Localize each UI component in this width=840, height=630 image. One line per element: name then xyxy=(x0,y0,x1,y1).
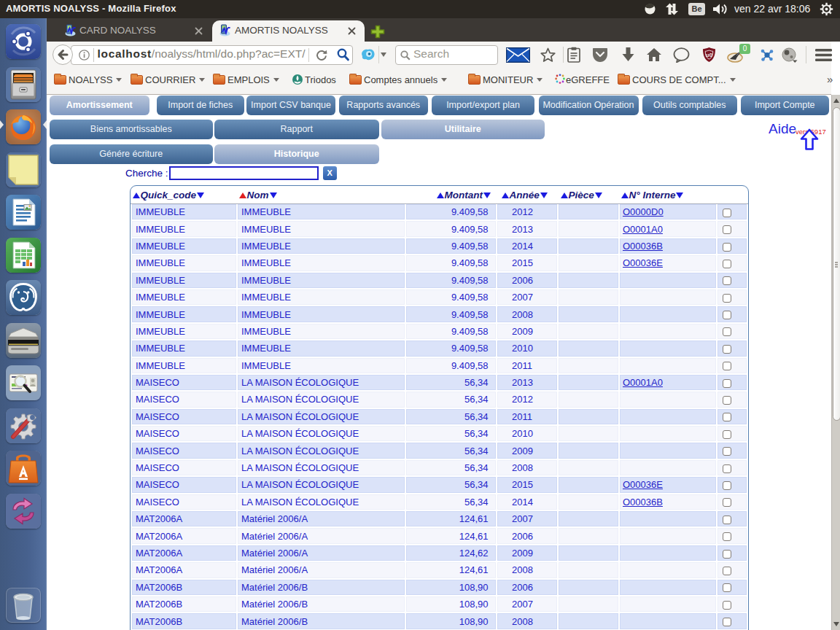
svg-text:u0: u0 xyxy=(706,52,713,58)
